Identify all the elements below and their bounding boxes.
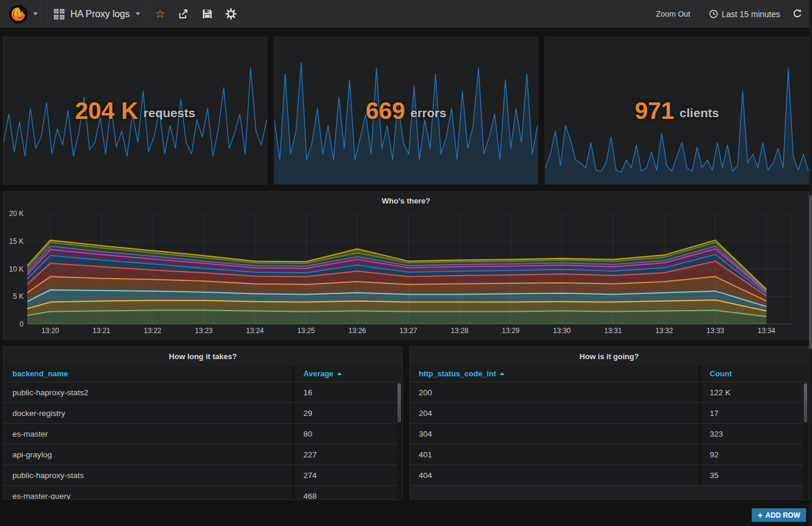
table-row: 40435 [410, 465, 808, 486]
x-axis-tick-label: 13:26 [348, 327, 366, 335]
table-panel-title[interactable]: How long it takes? [4, 347, 402, 366]
table-header-row: http_status_code_int Count [410, 366, 808, 382]
x-axis-tick-label: 13:32 [655, 327, 673, 335]
share-dashboard-button[interactable] [172, 0, 195, 28]
table-body: 200122 K204173043234019240435 [410, 382, 808, 486]
refresh-button[interactable] [788, 0, 812, 28]
viewport-scrollbar [809, 0, 812, 526]
stat-value: 971 [635, 98, 674, 124]
table-row: 40192 [410, 444, 808, 465]
gear-icon [225, 8, 237, 20]
column-header-http-status-code[interactable]: http_status_code_int [410, 366, 701, 382]
x-axis-tick-label: 13:28 [451, 327, 468, 335]
table-cell: docker-registry [4, 403, 295, 423]
clock-icon [709, 9, 718, 18]
x-axis-tick-label: 13:31 [604, 327, 622, 335]
column-header-count[interactable]: Count [701, 366, 808, 382]
tables-row: How long it takes? backend_name Average … [3, 346, 809, 500]
table-cell: 35 [701, 465, 808, 485]
table-cell: public-haproxy-stats2 [4, 382, 295, 402]
clients-stat: 971 clients [545, 37, 808, 184]
table-cell: 92 [701, 444, 808, 464]
table-row: 20417 [410, 403, 808, 424]
table-cell: 16 [295, 382, 402, 402]
column-header-label: backend_name [12, 369, 68, 378]
navbar: HA Proxy logs ☆ [0, 0, 812, 28]
sort-ascending-icon [337, 372, 342, 375]
x-axis-tick-label: 13:34 [758, 327, 775, 335]
table-cell: 323 [701, 424, 808, 444]
scrollbar-thumb[interactable] [397, 383, 401, 422]
chevron-down-icon [135, 12, 140, 15]
table-cell: public-haproxy-stats [4, 465, 295, 485]
table-row: es-master-query468 [4, 486, 402, 500]
stat-value: 669 [365, 98, 405, 124]
star-dashboard-button[interactable]: ☆ [148, 0, 172, 28]
table-cell: 200 [410, 382, 701, 402]
table-cell: 227 [295, 444, 402, 464]
graph-row: Who's there? 05 K10 K15 K20 K 13:2013:21… [3, 191, 809, 340]
table-row: public-haproxy-stats274 [4, 465, 402, 486]
stat-label: clients [680, 106, 719, 120]
graph-panel-title[interactable]: Who's there? [4, 192, 808, 209]
column-header-backend-name[interactable]: backend_name [4, 366, 295, 382]
column-header-label: Count [710, 369, 732, 378]
dashboard-footer: + ADD ROW [3, 506, 809, 522]
table-cell: 17 [701, 403, 808, 423]
column-header-label: Average [303, 369, 334, 378]
table-header-row: backend_name Average [4, 366, 402, 382]
x-axis-tick-label: 13:27 [399, 327, 417, 335]
share-icon [178, 9, 189, 20]
grafana-logo-icon [8, 4, 28, 24]
add-row-button[interactable]: + ADD ROW [752, 508, 806, 522]
column-header-label: http_status_code_int [419, 369, 496, 378]
column-header-average[interactable]: Average [295, 366, 402, 382]
stacked-area-chart[interactable] [4, 214, 808, 324]
table-cell: 122 K [701, 382, 808, 402]
panel-clients[interactable]: 971 clients [545, 37, 809, 185]
save-icon [202, 9, 212, 19]
x-axis-tick-label: 13:25 [297, 327, 315, 335]
navbar-right: Zoom Out Last 15 minutes [645, 0, 812, 28]
stats-row: 204 K requests 669 errors 971 clients [3, 37, 809, 185]
time-range-picker[interactable]: Last 15 minutes [701, 9, 788, 19]
errors-stat: 669 errors [274, 37, 538, 184]
chevron-down-icon [33, 12, 38, 15]
x-axis-tick-label: 13:29 [502, 327, 519, 335]
table-cell: 468 [295, 486, 402, 500]
viewport-scrollbar-thumb[interactable] [809, 195, 812, 349]
panel-how-is-it-going: How is it going? http_status_code_int Co… [409, 346, 809, 500]
panel-whos-there: Who's there? 05 K10 K15 K20 K 13:2013:21… [3, 191, 809, 340]
panel-errors[interactable]: 669 errors [274, 37, 538, 185]
scrollbar-thumb[interactable] [804, 383, 807, 422]
table-scrollbar [803, 383, 808, 500]
grafana-menu-button[interactable] [0, 4, 46, 24]
x-axis: 13:2013:2113:2213:2313:2413:2513:2613:27… [4, 327, 808, 337]
x-axis-tick-label: 13:23 [195, 327, 212, 335]
requests-stat: 204 K requests [4, 37, 267, 184]
stat-label: errors [410, 106, 447, 120]
dashboard-settings-button[interactable] [219, 0, 242, 28]
x-axis-tick-label: 13:20 [41, 327, 59, 335]
star-icon: ☆ [155, 8, 165, 20]
table-panel-title[interactable]: How is it going? [410, 347, 808, 366]
table-row: es-master80 [4, 424, 402, 444]
time-range-label: Last 15 minutes [722, 9, 780, 19]
table-cell: es-master-query [4, 486, 295, 500]
table-cell: 404 [410, 465, 701, 485]
table-row: public-haproxy-stats216 [4, 382, 402, 403]
table-cell: api-graylog [4, 444, 295, 464]
panel-how-long-it-takes: How long it takes? backend_name Average … [3, 346, 403, 500]
dashboard-picker[interactable]: HA Proxy logs [47, 0, 147, 28]
table-body: public-haproxy-stats216docker-registry29… [4, 382, 402, 500]
stat-label: requests [144, 106, 196, 120]
plus-icon: + [758, 511, 762, 519]
table-cell: 274 [295, 465, 402, 485]
add-row-label: ADD ROW [765, 511, 800, 519]
save-dashboard-button[interactable] [195, 0, 219, 28]
table-row: docker-registry29 [4, 403, 402, 424]
panel-requests[interactable]: 204 K requests [3, 37, 267, 185]
zoom-out-button[interactable]: Zoom Out [645, 9, 701, 18]
dashboard-grid-icon [54, 9, 64, 20]
table-cell: 204 [410, 403, 701, 423]
